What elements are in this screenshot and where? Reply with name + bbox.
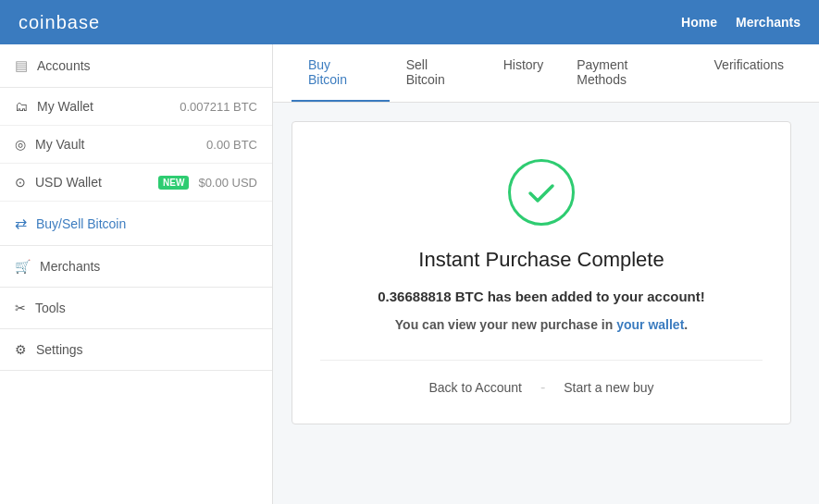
main-content: Buy Bitcoin Sell Bitcoin History Payment… [273, 44, 819, 504]
sidebar-item-wallet[interactable]: My Wallet 0.007211 BTC [0, 88, 272, 126]
tab-payment-methods[interactable]: Payment Methods [560, 44, 697, 102]
app-header: coinbase Home Merchants [0, 0, 819, 44]
wallet-icon [15, 99, 28, 114]
subtitle-prefix: You can view your new purchase in [395, 317, 616, 332]
buy-sell-label: Buy/Sell Bitcoin [36, 216, 126, 231]
gear-icon [15, 342, 27, 357]
sidebar-item-usd-wallet[interactable]: USD Wallet NEW $0.00 USD [0, 164, 272, 202]
app-logo: coinbase [19, 12, 100, 33]
folder-icon [15, 57, 28, 74]
nav-merchants[interactable]: Merchants [736, 15, 800, 30]
tab-history[interactable]: History [487, 44, 561, 102]
action-separator: - [540, 379, 545, 396]
usd-wallet-label: USD Wallet [35, 175, 143, 190]
success-actions: Back to Account - Start a new buy [320, 360, 763, 396]
sidebar-item-vault[interactable]: My Vault 0.00 BTC [0, 126, 272, 164]
sidebar-item-merchants[interactable]: Merchants [0, 246, 272, 288]
vault-label: My Vault [35, 137, 197, 152]
main-layout: Accounts My Wallet 0.007211 BTC My Vault… [0, 44, 819, 504]
usd-icon [15, 175, 26, 190]
tab-verifications[interactable]: Verifications [698, 44, 800, 102]
wallet-link[interactable]: your wallet [616, 317, 684, 332]
sidebar: Accounts My Wallet 0.007211 BTC My Vault… [0, 44, 273, 504]
merchants-icon [15, 259, 31, 274]
exchange-icon [15, 215, 27, 232]
success-subtitle: You can view your new purchase in your w… [320, 317, 763, 332]
sidebar-item-buy-sell[interactable]: Buy/Sell Bitcoin [0, 202, 272, 246]
new-badge: NEW [158, 176, 189, 190]
subtitle-suffix: . [684, 317, 688, 332]
tools-label: Tools [35, 301, 66, 315]
header-nav: Home Merchants [681, 15, 800, 30]
settings-label: Settings [36, 342, 83, 357]
vault-value: 0.00 BTC [206, 138, 257, 152]
success-amount: 0.36688818 BTC has been added to your ac… [320, 287, 763, 308]
success-icon [508, 159, 575, 226]
vault-icon [15, 137, 26, 152]
tools-icon [15, 301, 26, 315]
tab-buy-bitcoin[interactable]: Buy Bitcoin [292, 44, 390, 102]
wallet-value: 0.007211 BTC [180, 100, 257, 114]
tab-sell-bitcoin[interactable]: Sell Bitcoin [390, 44, 487, 102]
success-title: Instant Purchase Complete [320, 248, 763, 272]
sidebar-item-tools[interactable]: Tools [0, 288, 272, 329]
back-to-account-link[interactable]: Back to Account [428, 380, 521, 395]
tab-nav: Buy Bitcoin Sell Bitcoin History Payment… [273, 44, 819, 103]
content-area: Instant Purchase Complete 0.36688818 BTC… [273, 103, 819, 443]
accounts-label: Accounts [37, 58, 91, 73]
sidebar-item-settings[interactable]: Settings [0, 329, 272, 371]
success-card: Instant Purchase Complete 0.36688818 BTC… [292, 121, 791, 424]
merchants-label: Merchants [40, 259, 100, 274]
wallet-label: My Wallet [37, 99, 170, 114]
sidebar-accounts-header: Accounts [0, 44, 272, 88]
nav-home[interactable]: Home [681, 15, 717, 30]
start-new-buy-link[interactable]: Start a new buy [564, 380, 653, 395]
usd-wallet-value: $0.00 USD [198, 176, 257, 190]
